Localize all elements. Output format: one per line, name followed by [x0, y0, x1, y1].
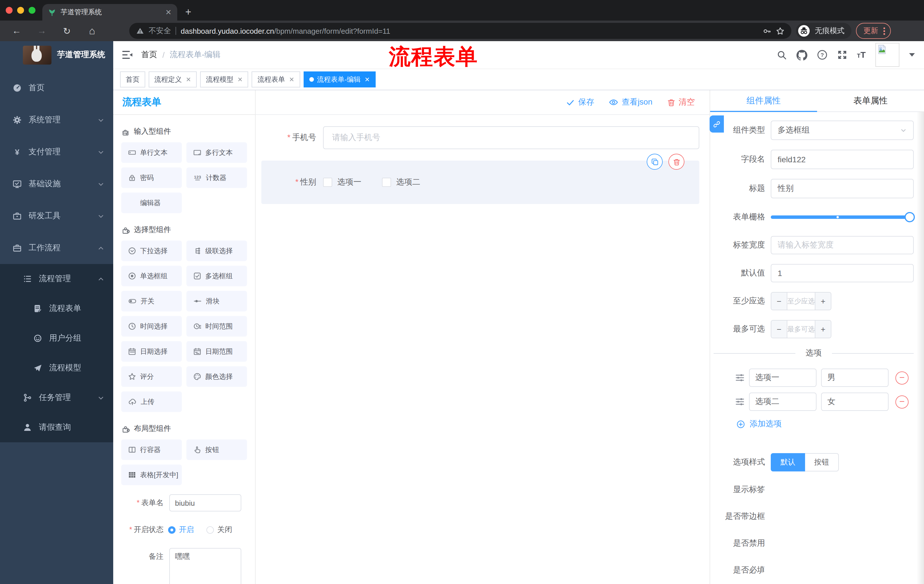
- status-radio-off[interactable]: 关闭: [206, 521, 232, 538]
- gender-option-1[interactable]: 选项一: [323, 177, 361, 188]
- option-label-input[interactable]: 选项二: [749, 393, 817, 411]
- browser-update-button[interactable]: 更新: [856, 23, 891, 39]
- default-value-input[interactable]: 1: [771, 264, 914, 282]
- save-button[interactable]: 保存: [566, 97, 594, 107]
- avatar[interactable]: [875, 43, 899, 67]
- github-icon[interactable]: [796, 49, 807, 60]
- stepper-decrease-button[interactable]: −: [771, 293, 787, 310]
- drag-handle-icon[interactable]: [735, 397, 744, 406]
- component-type-select[interactable]: 多选框组: [771, 120, 914, 140]
- clear-button[interactable]: 清空: [667, 97, 695, 107]
- tag-close-icon[interactable]: ✕: [365, 76, 370, 83]
- sidebar-item-process-form[interactable]: 流程表单: [0, 294, 113, 323]
- password-key-icon[interactable]: [763, 26, 771, 35]
- tag-close-icon[interactable]: ✕: [237, 76, 243, 83]
- tab-form-props[interactable]: 表单属性: [817, 90, 924, 112]
- canvas-field-phone[interactable]: 手机号 请输入手机号: [261, 126, 699, 149]
- tag-process-model[interactable]: 流程模型✕: [200, 71, 248, 87]
- phone-input[interactable]: 请输入手机号: [323, 126, 699, 149]
- sidebar-item-task-mgmt[interactable]: 任务管理: [0, 383, 113, 413]
- remove-option-button[interactable]: −: [895, 395, 909, 408]
- tag-process-definition[interactable]: 流程定义✕: [148, 71, 197, 87]
- back-icon[interactable]: ←: [12, 26, 22, 36]
- help-icon[interactable]: ?: [817, 50, 827, 60]
- style-button-button[interactable]: 按钮: [805, 453, 839, 471]
- palette-item-table-dev[interactable]: 表格[开发中]: [121, 465, 182, 485]
- sidebar-item-devtools[interactable]: 研发工具: [0, 200, 113, 232]
- tag-home[interactable]: 首页: [120, 71, 145, 87]
- close-window-button[interactable]: [6, 7, 13, 14]
- checkbox-icon[interactable]: [323, 178, 332, 187]
- style-default-button[interactable]: 默认: [771, 453, 805, 471]
- maximize-window-button[interactable]: [29, 7, 35, 14]
- palette-item-time-picker[interactable]: 时间选择: [121, 316, 182, 337]
- avatar-dropdown-caret-icon[interactable]: [909, 53, 915, 57]
- sidebar-item-leave-query[interactable]: 请假查询: [0, 413, 113, 442]
- sidebar-item-workflow[interactable]: 工作流程: [0, 232, 113, 264]
- palette-item-date-range[interactable]: 日期范围: [186, 341, 247, 362]
- palette-item-select[interactable]: 下拉选择: [121, 240, 182, 261]
- sidebar-item-infra[interactable]: 基础设施: [0, 168, 113, 200]
- option-value-input[interactable]: 女: [821, 393, 889, 411]
- browser-menu-icon[interactable]: [883, 27, 885, 35]
- security-label[interactable]: 不安全: [148, 26, 171, 36]
- view-json-button[interactable]: 查看json: [609, 97, 652, 107]
- tab-close-icon[interactable]: ✕: [165, 8, 172, 16]
- add-option-button[interactable]: 添加选项: [710, 419, 924, 429]
- search-icon[interactable]: [777, 50, 787, 60]
- copy-field-button[interactable]: [647, 154, 663, 170]
- sidebar-item-process-model[interactable]: 流程模型: [0, 353, 113, 383]
- delete-field-button[interactable]: [668, 154, 685, 170]
- form-name-input[interactable]: biubiu: [169, 494, 241, 512]
- tab-component-props[interactable]: 组件属性: [710, 90, 817, 112]
- breadcrumb-home[interactable]: 首页: [141, 50, 157, 60]
- palette-item-checkbox-group[interactable]: 多选框组: [186, 266, 247, 286]
- palette-item-row-container[interactable]: 行容器: [121, 439, 182, 460]
- sidebar-item-home[interactable]: 首页: [0, 72, 113, 104]
- link-handle-tab[interactable]: [710, 115, 724, 133]
- remark-textarea[interactable]: [169, 548, 241, 584]
- tag-process-form[interactable]: 流程表单✕: [252, 71, 300, 87]
- url-text[interactable]: dashboard.yudao.iocoder.cn/bpm/manager/f…: [181, 26, 390, 35]
- address-bar[interactable]: 不安全 dashboard.yudao.iocoder.cn/bpm/manag…: [129, 23, 791, 39]
- status-radio-on[interactable]: 开启: [168, 521, 194, 538]
- forward-icon[interactable]: →: [36, 26, 47, 36]
- title-input[interactable]: 性别: [771, 179, 914, 198]
- palette-item-color-picker[interactable]: 颜色选择: [186, 366, 247, 387]
- palette-item-upload[interactable]: 上传: [121, 392, 182, 412]
- max-select-input[interactable]: 最多可选: [787, 321, 815, 338]
- min-select-input[interactable]: 至少应选: [787, 293, 815, 310]
- palette-item-switch[interactable]: 开关: [121, 291, 182, 311]
- stepper-increase-button[interactable]: +: [815, 293, 831, 310]
- home-icon[interactable]: ⌂: [87, 25, 97, 37]
- palette-item-cascader[interactable]: 级联选择: [186, 240, 247, 261]
- checkbox-icon[interactable]: [382, 178, 391, 187]
- palette-item-slider[interactable]: 滑块: [186, 291, 247, 311]
- sidebar-item-process-mgmt[interactable]: 流程管理: [0, 264, 113, 294]
- remove-option-button[interactable]: −: [895, 371, 909, 384]
- reload-icon[interactable]: ↻: [62, 25, 72, 36]
- stepper-decrease-button[interactable]: −: [771, 321, 787, 338]
- minimize-window-button[interactable]: [17, 7, 24, 14]
- canvas-field-gender-selected[interactable]: 性别 选项一 选项二: [261, 161, 699, 204]
- slider-handle[interactable]: [904, 212, 915, 222]
- palette-item-editor[interactable]: 编辑器: [121, 192, 182, 213]
- palette-item-single-text[interactable]: 单行文本: [121, 142, 182, 163]
- label-width-input[interactable]: 请输入标签宽度: [771, 236, 914, 254]
- new-tab-button[interactable]: +: [177, 6, 199, 21]
- sidebar-item-user-group[interactable]: 用户分组: [0, 323, 113, 353]
- font-size-icon[interactable]: TT: [857, 50, 866, 60]
- tag-process-form-edit[interactable]: 流程表单-编辑✕: [303, 71, 375, 87]
- palette-item-button[interactable]: 按钮: [186, 439, 247, 460]
- macos-window-controls[interactable]: [0, 0, 42, 21]
- app-logo[interactable]: 芋道管理系统: [0, 41, 113, 69]
- tag-close-icon[interactable]: ✕: [186, 76, 191, 83]
- bookmark-star-icon[interactable]: [776, 26, 784, 35]
- sidebar-item-payment[interactable]: ¥ 支付管理: [0, 136, 113, 168]
- option-value-input[interactable]: 男: [821, 368, 889, 387]
- slider-track[interactable]: [771, 216, 914, 219]
- drag-handle-icon[interactable]: [735, 373, 744, 382]
- palette-item-radio-group[interactable]: 单选框组: [121, 266, 182, 286]
- gender-option-2[interactable]: 选项二: [382, 177, 420, 188]
- hamburger-collapse-icon[interactable]: [122, 50, 133, 59]
